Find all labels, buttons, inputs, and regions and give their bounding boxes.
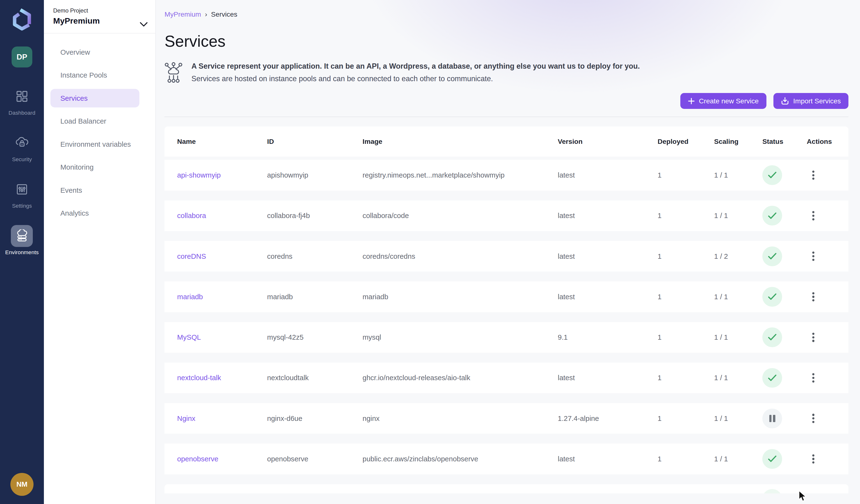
sidebar-item-load-balancer[interactable]: Load Balancer <box>44 110 155 133</box>
column-header-id: ID <box>267 137 363 146</box>
import-icon <box>781 97 789 105</box>
service-version: latest <box>558 293 658 301</box>
check-icon <box>768 172 776 179</box>
table-row: nextcloud-talk nextcloudtalk ghcr.io/nex… <box>164 362 848 393</box>
rail-item-environments[interactable]: Environments <box>0 225 44 256</box>
service-id: openobserve <box>267 455 363 463</box>
service-name-link[interactable]: collabora <box>177 211 267 220</box>
service-name-link[interactable]: nextcloud-talk <box>177 374 267 382</box>
column-header-version: Version <box>558 137 658 146</box>
brand-logo-icon[interactable] <box>10 7 35 32</box>
table-body: api-showmyip apishowmyip registry.nimeop… <box>164 160 848 474</box>
service-version: 1.27.4-alpine <box>558 414 658 423</box>
table-row: api-showmyip apishowmyip registry.nimeop… <box>164 160 848 190</box>
import-services-button[interactable]: Import Services <box>773 93 848 109</box>
service-scaling: 1 / 1 <box>714 333 762 341</box>
rail-nav: Dashboard Security Settings Environments <box>0 86 44 256</box>
settings-sliders-icon <box>11 179 33 201</box>
status-badge-running <box>762 165 782 185</box>
service-name-link[interactable]: api-showmyip <box>177 171 267 179</box>
rail-item-settings[interactable]: Settings <box>0 179 44 209</box>
project-selector[interactable]: Demo Project MyPremium <box>44 0 155 33</box>
table-row: collabora collabora-fj4b collabora/code … <box>164 201 848 231</box>
create-new-service-button[interactable]: Create new Service <box>680 93 766 109</box>
toolbar: Create new Service Import Services <box>164 93 848 109</box>
sidebar-item-analytics[interactable]: Analytics <box>44 202 155 225</box>
service-id: mariadb <box>267 293 363 301</box>
project-avatar[interactable]: DP <box>12 46 32 67</box>
service-name-link[interactable]: Nginx <box>177 414 267 423</box>
row-actions-menu-button[interactable] <box>807 249 820 263</box>
check-icon <box>768 293 776 300</box>
sidebar: Demo Project MyPremium OverviewInstance … <box>44 0 156 504</box>
check-icon <box>768 253 776 260</box>
row-actions-menu-button[interactable] <box>807 168 820 182</box>
service-deployed: 1 <box>658 374 714 382</box>
table-row: Nginx nginx-d6ue nginx 1.27.4-alpine 1 1… <box>164 403 848 434</box>
services-description: A Service represent your application. It… <box>164 62 848 86</box>
row-actions-menu-button[interactable] <box>807 290 820 304</box>
row-actions-menu-button[interactable] <box>807 209 820 223</box>
security-cloud-lock-icon <box>11 132 33 154</box>
sidebar-item-services[interactable]: Services <box>44 87 155 110</box>
plus-icon <box>688 98 694 104</box>
sidebar-item-monitoring[interactable]: Monitoring <box>44 156 155 179</box>
service-scaling: 1 / 1 <box>714 171 762 179</box>
icon-rail: DP Dashboard Security Settings Environme… <box>0 0 44 504</box>
service-scaling: 1 / 1 <box>714 293 762 301</box>
row-actions-menu-button[interactable] <box>807 371 820 385</box>
service-deployed: 1 <box>658 252 714 261</box>
rail-item-label: Dashboard <box>9 109 35 116</box>
service-scaling: 1 / 2 <box>714 252 762 261</box>
service-name-link[interactable]: coreDNS <box>177 252 267 261</box>
service-deployed: 1 <box>658 171 714 179</box>
breadcrumb-current: Services <box>211 10 237 18</box>
table-row: openobserve openobserve public.ecr.aws/z… <box>164 444 848 474</box>
environments-cloud-server-icon <box>11 225 33 247</box>
sidebar-item-events[interactable]: Events <box>44 179 155 202</box>
service-name-link[interactable]: mariadb <box>177 293 267 301</box>
service-name-link[interactable]: MySQL <box>177 333 267 341</box>
sidebar-item-environment-variables[interactable]: Environment variables <box>44 133 155 156</box>
section-divider <box>164 117 848 117</box>
service-id: apishowmyip <box>267 171 363 179</box>
table-header-row: NameIDImageVersionDeployedScalingStatusA… <box>164 127 848 157</box>
user-avatar[interactable]: NM <box>10 473 33 496</box>
project-selector-eyebrow: Demo Project <box>53 7 147 14</box>
check-icon <box>768 455 776 462</box>
row-actions-menu-button[interactable] <box>807 452 820 466</box>
rail-item-security[interactable]: Security <box>0 132 44 163</box>
breadcrumb-separator: › <box>205 10 207 18</box>
check-icon <box>768 212 776 220</box>
row-actions-menu-button[interactable] <box>807 412 820 425</box>
rail-item-label: Environments <box>5 249 39 256</box>
service-version: latest <box>558 374 658 382</box>
service-id: collabora-fj4b <box>267 211 363 220</box>
service-id: nginx-d6ue <box>267 414 363 423</box>
breadcrumb-parent-link[interactable]: MyPremium <box>164 10 201 18</box>
import-services-label: Import Services <box>793 97 841 105</box>
service-scaling: 1 / 1 <box>714 414 762 423</box>
service-id: nextcloudtalk <box>267 374 363 382</box>
row-actions-menu-button[interactable] <box>807 330 820 344</box>
table-row-partial <box>164 484 848 494</box>
service-scaling: 1 / 1 <box>714 211 762 220</box>
service-version: latest <box>558 171 658 179</box>
service-image: ghcr.io/nextcloud-releases/aio-talk <box>362 374 558 382</box>
column-header-name: Name <box>177 137 267 146</box>
page-title: Services <box>164 32 848 50</box>
rail-item-label: Settings <box>12 203 32 209</box>
service-image: coredns/coredns <box>362 252 558 261</box>
dashboard-grid-icon <box>11 86 33 107</box>
service-id: coredns <box>267 252 363 261</box>
sidebar-item-instance-pools[interactable]: Instance Pools <box>44 64 155 87</box>
status-badge-partial <box>762 489 782 493</box>
check-icon <box>768 374 776 382</box>
column-header-scaling: Scaling <box>714 137 762 146</box>
sidebar-item-label: Analytics <box>60 209 89 217</box>
sidebar-item-overview[interactable]: Overview <box>44 41 155 64</box>
rail-item-dashboard[interactable]: Dashboard <box>0 86 44 116</box>
description-line-bold: A Service represent your application. It… <box>191 62 640 71</box>
service-name-link[interactable]: openobserve <box>177 455 267 463</box>
status-badge-paused <box>762 409 782 428</box>
